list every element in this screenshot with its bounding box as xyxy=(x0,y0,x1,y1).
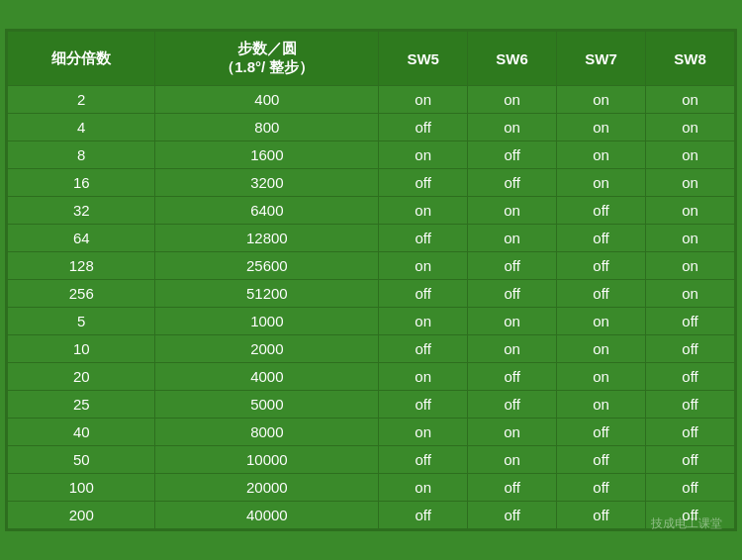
cell-subdiv: 4 xyxy=(8,114,155,141)
cell-sw6: on xyxy=(468,308,557,335)
cell-subdiv: 25 xyxy=(8,391,155,419)
cell-sw5: off xyxy=(379,114,468,141)
cell-steps: 1600 xyxy=(155,141,379,169)
cell-sw6: on xyxy=(468,419,557,446)
cell-steps: 12800 xyxy=(155,225,379,252)
cell-sw8: on xyxy=(646,86,735,114)
cell-sw5: off xyxy=(379,502,468,529)
cell-sw5: off xyxy=(379,391,468,419)
table-row: 20040000offoffoffoff xyxy=(8,502,735,529)
cell-steps: 5000 xyxy=(155,391,379,419)
cell-sw7: off xyxy=(557,419,646,446)
cell-sw8: off xyxy=(646,419,735,446)
cell-sw5: off xyxy=(379,280,468,308)
header-sw5: SW5 xyxy=(379,32,468,86)
cell-sw8: off xyxy=(646,474,735,502)
table-row: 204000onoffonoff xyxy=(8,363,735,391)
cell-subdiv: 100 xyxy=(8,474,155,502)
cell-sw7: off xyxy=(557,225,646,252)
table-row: 163200offoffonon xyxy=(8,169,735,197)
cell-sw7: on xyxy=(557,363,646,391)
table-row: 6412800offonoffon xyxy=(8,225,735,252)
table-row: 81600onoffonon xyxy=(8,141,735,169)
cell-sw6: on xyxy=(468,197,557,225)
subdivision-table: 细分倍数 步数／圆（1.8°/ 整步） SW5 SW6 SW7 SW8 2400… xyxy=(7,31,735,529)
cell-sw5: off xyxy=(379,225,468,252)
cell-sw7: on xyxy=(557,335,646,363)
header-sw7: SW7 xyxy=(557,32,646,86)
cell-sw7: on xyxy=(557,114,646,141)
cell-steps: 10000 xyxy=(155,446,379,474)
cell-sw5: off xyxy=(379,169,468,197)
cell-steps: 800 xyxy=(155,114,379,141)
cell-steps: 51200 xyxy=(155,280,379,308)
table-row: 10020000onoffoffoff xyxy=(8,474,735,502)
table-row: 2400onononon xyxy=(8,86,735,114)
cell-sw7: off xyxy=(557,502,646,529)
cell-sw7: off xyxy=(557,252,646,280)
cell-steps: 20000 xyxy=(155,474,379,502)
cell-sw6: off xyxy=(468,169,557,197)
cell-sw7: on xyxy=(557,308,646,335)
cell-subdiv: 10 xyxy=(8,335,155,363)
cell-subdiv: 20 xyxy=(8,363,155,391)
table-row: 4800offononon xyxy=(8,114,735,141)
cell-sw8: off xyxy=(646,446,735,474)
table-row: 102000offononoff xyxy=(8,335,735,363)
header-subdiv: 细分倍数 xyxy=(8,32,155,86)
cell-sw7: on xyxy=(557,141,646,169)
cell-sw5: on xyxy=(379,308,468,335)
cell-sw6: on xyxy=(468,446,557,474)
cell-steps: 2000 xyxy=(155,335,379,363)
main-table-container: 细分倍数 步数／圆（1.8°/ 整步） SW5 SW6 SW7 SW8 2400… xyxy=(5,29,737,531)
cell-steps: 3200 xyxy=(155,169,379,197)
cell-sw8: off xyxy=(646,335,735,363)
watermark: 技成电工课堂 xyxy=(651,515,722,532)
cell-sw6: off xyxy=(468,363,557,391)
cell-subdiv: 32 xyxy=(8,197,155,225)
cell-subdiv: 5 xyxy=(8,308,155,335)
table-row: 255000offoffonoff xyxy=(8,391,735,419)
cell-sw7: on xyxy=(557,169,646,197)
cell-sw7: off xyxy=(557,280,646,308)
cell-sw7: off xyxy=(557,474,646,502)
cell-subdiv: 50 xyxy=(8,446,155,474)
cell-sw5: on xyxy=(379,363,468,391)
cell-sw8: on xyxy=(646,225,735,252)
cell-sw8: on xyxy=(646,197,735,225)
cell-sw6: on xyxy=(468,86,557,114)
cell-sw5: on xyxy=(379,141,468,169)
cell-sw8: off xyxy=(646,308,735,335)
cell-sw7: on xyxy=(557,86,646,114)
header-steps: 步数／圆（1.8°/ 整步） xyxy=(155,32,379,86)
cell-sw6: on xyxy=(468,114,557,141)
cell-steps: 400 xyxy=(155,86,379,114)
cell-sw5: on xyxy=(379,252,468,280)
cell-sw6: off xyxy=(468,502,557,529)
cell-sw7: off xyxy=(557,197,646,225)
cell-sw8: off xyxy=(646,363,735,391)
cell-sw6: on xyxy=(468,335,557,363)
cell-subdiv: 200 xyxy=(8,502,155,529)
cell-subdiv: 256 xyxy=(8,280,155,308)
cell-sw6: off xyxy=(468,391,557,419)
cell-sw6: off xyxy=(468,141,557,169)
header-sw6: SW6 xyxy=(468,32,557,86)
table-row: 25651200offoffoffon xyxy=(8,280,735,308)
cell-subdiv: 64 xyxy=(8,225,155,252)
cell-sw6: on xyxy=(468,225,557,252)
cell-sw8: on xyxy=(646,114,735,141)
cell-sw7: on xyxy=(557,391,646,419)
table-row: 12825600onoffoffon xyxy=(8,252,735,280)
table-row: 51000onononoff xyxy=(8,308,735,335)
cell-subdiv: 40 xyxy=(8,419,155,446)
cell-steps: 8000 xyxy=(155,419,379,446)
cell-sw8: on xyxy=(646,141,735,169)
cell-sw8: on xyxy=(646,280,735,308)
cell-sw5: on xyxy=(379,419,468,446)
cell-steps: 40000 xyxy=(155,502,379,529)
cell-sw5: on xyxy=(379,197,468,225)
cell-sw8: on xyxy=(646,252,735,280)
table-row: 326400ononoffon xyxy=(8,197,735,225)
cell-sw6: off xyxy=(468,252,557,280)
